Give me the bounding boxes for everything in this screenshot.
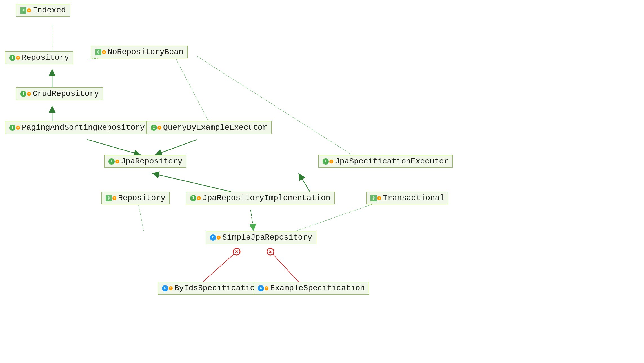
simplejpa-to-byids [203,252,237,282]
node-query-by-example-executor[interactable]: I a QueryByExampleExecutor [146,121,272,134]
icon-sub-indexed: a [27,8,31,12]
node-indexed[interactable]: @ a Indexed [16,4,70,17]
simplejpa-impl-jparepoimpl [251,210,254,231]
label-repository-top: Repository [22,53,69,62]
icon-interface-repo-top: I [9,55,15,61]
node-jpa-repository-implementation[interactable]: I a JpaRepositoryImplementation [186,192,335,204]
icon-interface-jpaspec: I [323,158,329,165]
jpa-extends-paging [87,140,141,155]
icon-sub-norepbean: a [102,50,106,54]
norepbean-to-jpaspec [197,56,352,155]
icon-annotation-norepbean: @ [95,49,101,55]
label-jpa-repository: JpaRepository [121,157,182,166]
jpa-extends-qbee [155,140,197,155]
icon-sub-crud: a [27,92,31,96]
label-transactional: Transactional [383,194,444,202]
icon-sub-paging: a [16,126,20,130]
jparepoimpl-extends-jparepo [152,173,231,192]
node-transactional[interactable]: @ a Transactional [366,192,448,204]
label-by-ids-specification: ByIdsSpecification [174,284,259,293]
label-jpa-repository-implementation: JpaRepositoryImplementation [203,194,330,202]
icon-interface-jparepoimpl: I [190,195,196,201]
label-no-repository-bean: NoRepositoryBean [108,48,183,56]
icon-annotation-repo-bottom: @ [106,195,112,201]
icon-interface-crud: I [20,91,26,97]
node-jpa-repository[interactable]: I a JpaRepository [104,155,186,168]
label-crud-repository: CrudRepository [33,89,99,98]
label-query-by-example-executor: QueryByExampleExecutor [163,123,267,132]
norepbean-to-qbee [175,56,208,121]
icon-sub-jparepoimpl: a [197,196,201,200]
icon-sub-repo-top: a [16,56,20,60]
node-simple-jpa-repository[interactable]: C a SimpleJpaRepository [206,231,316,244]
node-by-ids-specification[interactable]: C a ByIdsSpecification [158,282,264,295]
node-example-specification[interactable]: C a ExampleSpecification [254,282,369,295]
icon-sub-simplejpa: a [217,236,221,240]
icon-sub-transactional: a [377,196,381,200]
repo-bottom-to-simplejpa [138,202,144,231]
label-indexed: Indexed [33,6,66,15]
node-paging-sorting-repository[interactable]: I a PagingAndSortingRepository [5,121,149,134]
label-example-specification: ExampleSpecification [270,284,365,293]
label-simple-jpa-repository: SimpleJpaRepository [222,233,312,242]
node-repository-top[interactable]: I a Repository [5,51,73,64]
label-paging-sorting-repository: PagingAndSortingRepository [22,123,145,132]
icon-sub-byids: a [169,286,173,290]
node-repository-bottom[interactable]: @ a Repository [101,192,170,204]
icon-annotation-indexed: @ [20,7,26,14]
diagram-container: + [0,0,644,363]
icon-annotation-transactional: @ [370,195,377,201]
node-crud-repository[interactable]: I a CrudRepository [16,87,103,100]
simplejpa-to-example [270,252,299,282]
icon-class-example: C [258,285,264,291]
node-jpa-specification-executor[interactable]: I a JpaSpecificationExecutor [318,155,453,168]
icon-interface-qbee: I [151,125,157,131]
icon-sub-jparepo: a [115,160,119,163]
icon-sub-repo-bottom: a [112,196,116,200]
icon-interface-jparepo: I [108,158,115,165]
icon-interface-paging: I [9,125,15,131]
icon-sub-qbee: a [157,126,161,130]
icon-class-simplejpa: C [210,234,216,241]
icon-class-byids: C [162,285,168,291]
label-repository-bottom: Repository [118,194,165,202]
icon-sub-jpaspec: a [329,160,333,163]
transactional-to-simplejpa [296,202,377,231]
simplejpa-impl-jpaspecexec [299,173,310,192]
icon-sub-example: a [265,286,268,290]
label-jpa-specification-executor: JpaSpecificationExecutor [335,157,448,166]
node-no-repository-bean[interactable]: @ a NoRepositoryBean [91,46,188,58]
